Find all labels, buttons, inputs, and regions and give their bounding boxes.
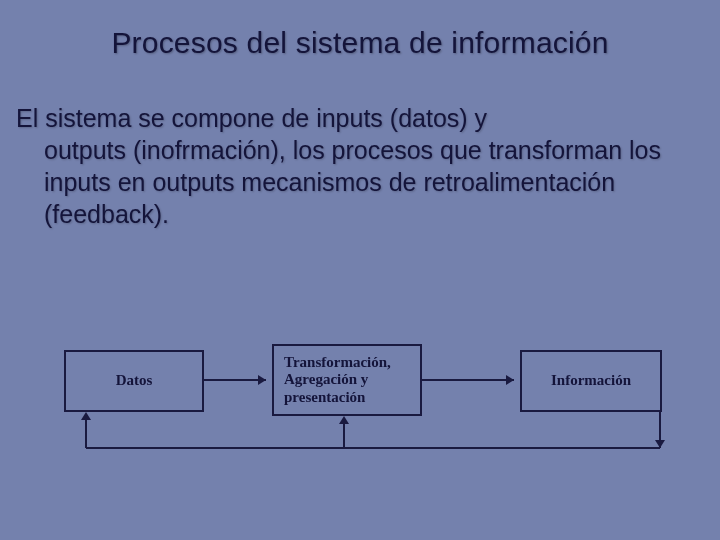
body-rest: outputs (inofrmación), los procesos que … — [16, 134, 702, 230]
slide-body: El sistema se compone de inputs (datos) … — [0, 60, 720, 230]
svg-marker-5 — [655, 440, 665, 448]
body-line-1: El sistema se compone de inputs (datos) … — [16, 104, 487, 132]
slide-title: Procesos del sistema de información — [0, 0, 720, 60]
svg-marker-3 — [506, 375, 514, 385]
svg-marker-1 — [258, 375, 266, 385]
process-diagram: Datos Transformación, Agregación y prese… — [0, 330, 720, 510]
svg-marker-10 — [339, 416, 349, 424]
svg-marker-8 — [81, 412, 91, 420]
diagram-arrows — [0, 330, 720, 510]
